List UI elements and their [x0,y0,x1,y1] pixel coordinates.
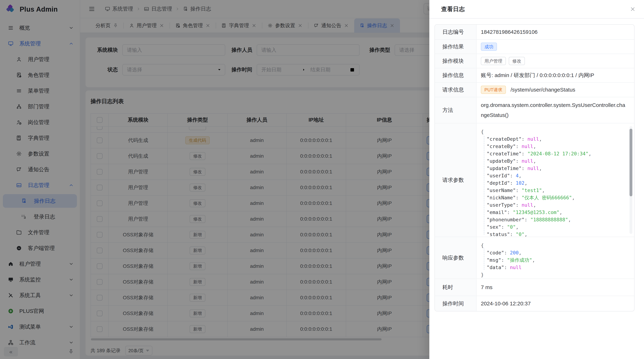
code-line: { [481,242,624,249]
indent-guide [484,136,484,235]
field-label-result: 操作结果 [435,40,476,54]
field-label-duration: 耗时 [435,279,476,296]
code-line: "createTime": "2024-08-12 17:20:34", [481,150,624,157]
code-line: "updateTime": null, [481,165,624,172]
code-scrollbar-thumb[interactable] [630,129,632,196]
field-value-time: 2024-10-06 12:20:37 [476,296,634,311]
code-line: { [481,128,624,135]
code-line: "userType": null, [481,201,624,209]
code-scrollbar[interactable] [630,126,632,234]
log-detail-table: 日志编号 1842781986426159106 操作结果 成功 操作模块 用户… [434,24,634,312]
log-detail-drawer: 查看日志 日志编号 1842781986426159106 操作结果 成功 操作… [429,0,644,359]
result-tag: 成功 [481,42,497,51]
code-line: "code": 200, [481,249,624,256]
field-label-info: 操作信息 [435,68,476,82]
module-action-tag: 修改 [509,57,525,65]
screen: Plus Admin 概览系统管理用户管理角色管理菜单管理部门管理岗位管理字典管… [0,0,644,359]
code-line: "status": "0", [481,231,624,237]
module-tag: 用户管理 [481,57,506,65]
code-line: "data": null [481,264,624,271]
field-label-request: 请求信息 [435,83,476,97]
field-label-method: 方法 [435,97,476,123]
request-url: /system/user/changeStatus [510,87,575,93]
modal-dim-overlay[interactable] [0,0,429,359]
code-line: "updateBy": null, [481,157,624,165]
code-line: "createDept": null, [481,135,624,143]
code-line: } [481,271,624,278]
close-icon[interactable] [630,6,636,12]
code-line: "nickName": "仅本人 密码666666", [481,194,624,201]
response-params-code: { "code": 200, "msg": "操作成功", "data": nu… [476,237,634,279]
drawer-title: 查看日志 [441,5,465,13]
field-label-time: 操作时间 [435,296,476,311]
code-line: "phonenumber": "18888888888", [481,216,624,223]
code-line: "email": "12345@1253.com", [481,209,624,216]
field-value-duration: 7 ms [476,279,634,296]
code-line: "userId": 4, [481,172,624,179]
field-label-request-params: 请求参数 [435,123,476,237]
field-label-log-id: 日志编号 [435,25,476,39]
field-value-info: 账号: admin / 研发部门 / 0:0:0:0:0:0:0:1 / 内网I… [476,68,634,82]
field-value-log-id: 1842781986426159106 [476,25,634,39]
indent-guide [484,249,484,270]
field-label-response-params: 响应参数 [435,237,476,279]
code-line: "msg": "操作成功", [481,256,624,264]
request-method-tag: PUT请求 [481,86,506,94]
code-line: "deptId": 102, [481,179,624,187]
field-label-module: 操作模块 [435,54,476,68]
request-params-code: { "createDept": null, "createBy": null, … [476,123,634,237]
drawer-header: 查看日志 [429,0,644,18]
field-value-method: org.dromara.system.controller.system.Sys… [476,97,634,123]
code-line: "sex": "0", [481,223,624,231]
code-line: "userName": "test1", [481,187,624,194]
code-line: "createBy": null, [481,143,624,150]
